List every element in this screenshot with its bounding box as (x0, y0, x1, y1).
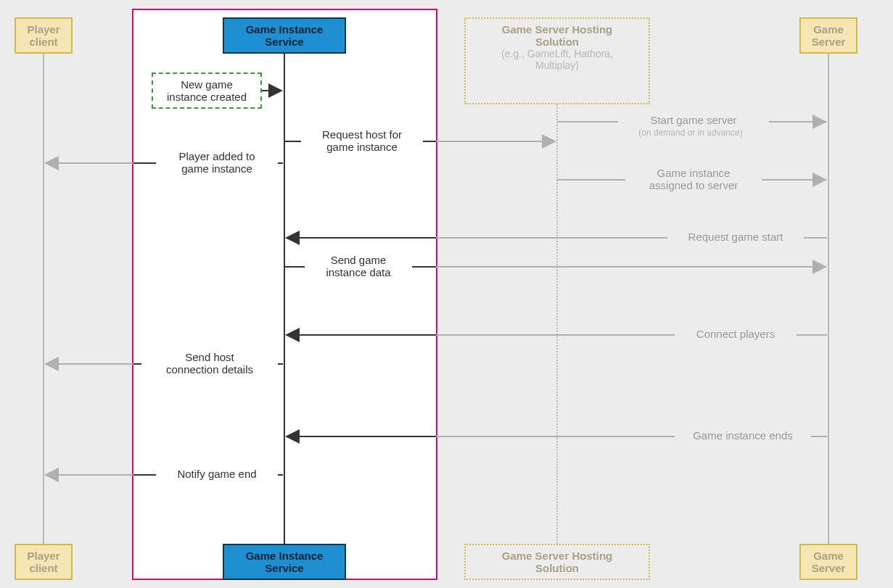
msg-text: Connect players (696, 328, 775, 340)
actor-label: Game Server HostingSolution (470, 23, 644, 48)
lifeline-hosting (556, 104, 558, 544)
msg-text: Game instance ends (693, 429, 793, 442)
msg-request-host: Request host forgame instance (301, 127, 423, 154)
actor-label: Game Server HostingSolution (502, 550, 613, 574)
note-new-instance: New gameinstance created (152, 73, 262, 109)
msg-text: Send gameinstance data (326, 254, 390, 278)
note-text: New gameinstance created (167, 78, 247, 103)
msg-text: Player added togame instance (178, 150, 255, 175)
actor-label: Playerclient (27, 550, 59, 574)
msg-text: Game instanceassigned to server (649, 167, 738, 191)
actor-hosting-solution-top: Game Server HostingSolution (e.g., GameL… (464, 17, 650, 104)
msg-game-ends: Game instance ends (675, 429, 811, 442)
lifeline-player (43, 54, 44, 544)
actor-player-client-top: Playerclient (15, 17, 73, 54)
actor-game-server-bottom: GameServer (799, 544, 857, 580)
actor-game-instance-service-bottom: Game InstanceService (223, 544, 346, 580)
msg-text: Start game server (650, 114, 736, 126)
msg-text: Request host forgame instance (322, 128, 402, 153)
actor-label: Game InstanceService (246, 23, 324, 48)
msg-text: (on demand or in advance) (638, 128, 742, 138)
lifeline-server (828, 54, 829, 544)
msg-request-start: Request game start (667, 231, 804, 243)
msg-text: Notify game end (177, 468, 256, 480)
msg-text: Request game start (688, 231, 783, 243)
msg-player-added: Player added togame instance (156, 149, 278, 176)
actor-hosting-solution-bottom: Game Server HostingSolution (464, 544, 650, 580)
actor-sublabel: (e.g., GameLift, Hathora,Multiplay) (470, 48, 644, 71)
actor-label: GameServer (812, 23, 846, 48)
msg-text: Send hostconnection details (166, 351, 253, 376)
msg-connect: Connect players (675, 328, 797, 340)
msg-assigned: Game instanceassigned to server (625, 165, 762, 193)
actor-label: Playerclient (27, 23, 59, 48)
actor-game-server-top: GameServer (799, 17, 857, 54)
lifeline-gis (284, 54, 285, 544)
msg-start-game-server: Start game server (618, 114, 769, 126)
msg-send-conn: Send hostconnection details (141, 349, 278, 377)
msg-start-game-server-sub: (on demand or in advance) (618, 128, 763, 138)
actor-player-client-bottom: Playerclient (15, 544, 73, 580)
actor-game-instance-service-top: Game InstanceService (223, 17, 346, 54)
actor-label: Game InstanceService (246, 550, 324, 574)
msg-send-data: Send gameinstance data (305, 252, 412, 280)
actor-label: GameServer (812, 550, 846, 574)
msg-notify-end: Notify game end (156, 468, 278, 480)
